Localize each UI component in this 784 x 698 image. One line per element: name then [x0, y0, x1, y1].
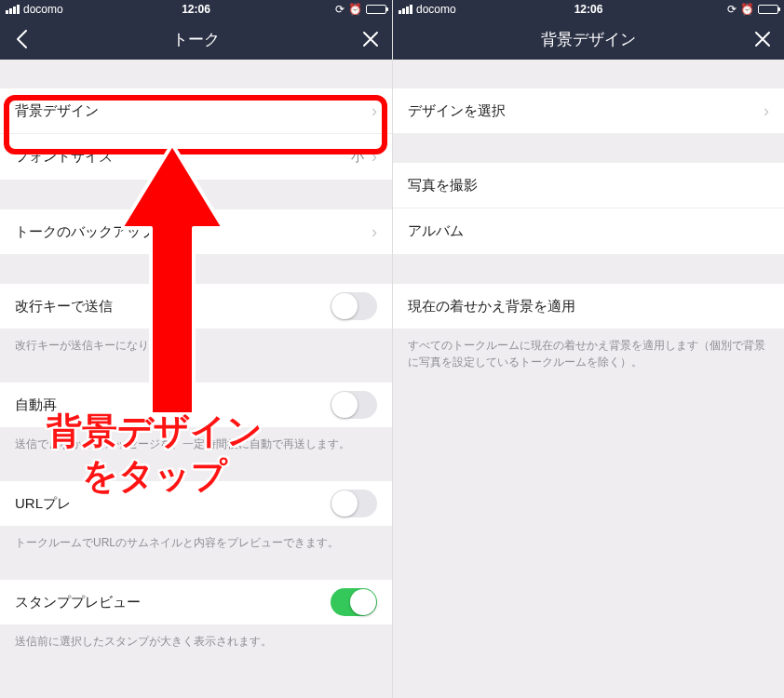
page-title: 背景デザイン: [541, 29, 636, 50]
row-url-preview[interactable]: URLプレ: [0, 480, 392, 527]
status-time: 12:06: [574, 3, 603, 16]
page-title: トーク: [172, 29, 220, 50]
toggle-auto-resend[interactable]: [331, 391, 377, 419]
carrier-label: docomo: [416, 3, 456, 16]
nav-header: トーク: [0, 19, 392, 60]
status-bar: docomo 12:06 ⟳ ⏰: [0, 0, 392, 19]
row-font-size[interactable]: フォントサイズ 小 ›: [0, 134, 392, 181]
font-size-value: 小: [351, 149, 364, 166]
row-enter-send[interactable]: 改行キーで送信: [0, 283, 392, 329]
battery-icon: [366, 5, 386, 14]
row-auto-resend[interactable]: 自動再: [0, 382, 392, 428]
row-label: 現在の着せかえ背景を適用: [408, 298, 575, 315]
row-label: URLプレ: [15, 495, 71, 513]
row-background-design[interactable]: 背景デザイン ›: [0, 87, 392, 134]
status-bar: docomo 12:06 ⟳ ⏰: [393, 0, 784, 19]
close-button[interactable]: [749, 25, 777, 53]
signal-icon: [6, 5, 20, 14]
note-apply-theme: すべてのトークルームに現在の着せかえ背景を適用します（個別で背景に写真を設定して…: [393, 329, 784, 370]
toggle-stamp-preview[interactable]: [331, 588, 377, 616]
alarm-icon: ⏰: [348, 3, 362, 16]
nav-header: 背景デザイン: [393, 19, 784, 60]
row-label: フォントサイズ: [15, 148, 113, 166]
row-label: 改行キーで送信: [15, 298, 113, 315]
orientation-lock-icon: ⟳: [335, 3, 345, 16]
row-label: トークのバックアップ: [15, 223, 155, 241]
chevron-right-icon: ›: [372, 101, 377, 121]
close-button[interactable]: [357, 25, 385, 53]
battery-icon: [758, 5, 778, 14]
row-label: デザインを選択: [408, 102, 506, 120]
note-enter-send: 改行キーが送信キーになります。: [0, 329, 392, 354]
phone-right: docomo 12:06 ⟳ ⏰ 背景デザイン デザインを選択 › 写真を撮影 …: [392, 0, 784, 698]
chevron-right-icon: ›: [372, 222, 377, 242]
note-auto-resend: 送信できなかったメッセージを、一定時間後に自動で再送します。: [0, 428, 392, 452]
chevron-right-icon: ›: [764, 101, 769, 121]
row-album[interactable]: アルバム: [393, 208, 784, 255]
settings-list: 背景デザイン › フォントサイズ 小 › トークのバックアップ › 改行キーで送…: [0, 60, 392, 650]
row-backup[interactable]: トークのバックアップ ›: [0, 208, 392, 255]
design-list: デザインを選択 › 写真を撮影 アルバム 現在の着せかえ背景を適用 すべてのトー…: [393, 60, 784, 370]
chevron-right-icon: ›: [372, 147, 377, 167]
row-label: 自動再: [15, 396, 57, 414]
phone-left: docomo 12:06 ⟳ ⏰ トーク 背景デザイン › フォントサイズ 小: [0, 0, 392, 698]
orientation-lock-icon: ⟳: [727, 3, 737, 16]
row-label: アルバム: [408, 222, 464, 240]
row-select-design[interactable]: デザインを選択 ›: [393, 87, 784, 134]
status-time: 12:06: [182, 3, 210, 16]
toggle-url-preview[interactable]: [331, 490, 377, 517]
row-take-photo[interactable]: 写真を撮影: [393, 162, 784, 208]
note-stamp-preview: 送信前に選択したスタンプが大きく表示されます。: [0, 625, 392, 650]
row-label: 写真を撮影: [408, 177, 478, 195]
row-stamp-preview[interactable]: スタンププレビュー: [0, 579, 392, 625]
alarm-icon: ⏰: [740, 3, 754, 16]
close-icon: [754, 31, 771, 47]
row-label: 背景デザイン: [15, 102, 99, 120]
back-button[interactable]: [7, 25, 35, 53]
chevron-left-icon: [15, 29, 28, 49]
carrier-label: docomo: [23, 3, 63, 16]
row-label: スタンププレビュー: [15, 594, 141, 611]
row-apply-theme[interactable]: 現在の着せかえ背景を適用: [393, 283, 784, 329]
toggle-enter-send[interactable]: [331, 292, 377, 320]
close-icon: [362, 31, 379, 47]
note-url-preview: トークルームでURLのサムネイルと内容をプレビューできます。: [0, 527, 392, 551]
signal-icon: [399, 5, 412, 14]
